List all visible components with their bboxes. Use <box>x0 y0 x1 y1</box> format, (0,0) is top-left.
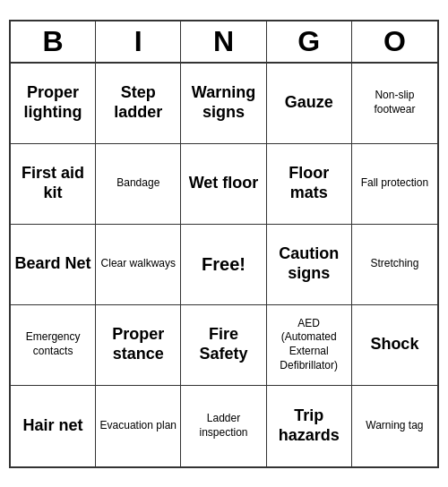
bingo-cell-0: Proper lighting <box>11 64 96 144</box>
header-letter-O: O <box>352 21 437 62</box>
bingo-cell-22: Ladder inspection <box>181 386 266 466</box>
bingo-cell-13: Caution signs <box>267 225 352 305</box>
bingo-cell-19: Shock <box>352 305 437 386</box>
bingo-header: BINGO <box>11 21 437 64</box>
bingo-cell-1: Step ladder <box>96 64 181 144</box>
bingo-cell-12: Free! <box>181 225 266 305</box>
bingo-grid: Proper lightingStep ladderWarning signsG… <box>11 64 437 466</box>
bingo-cell-2: Warning signs <box>181 64 266 144</box>
header-letter-G: G <box>267 21 352 62</box>
bingo-cell-24: Warning tag <box>352 386 437 466</box>
bingo-cell-6: Bandage <box>96 144 181 225</box>
bingo-cell-5: First aid kit <box>11 144 96 225</box>
bingo-cell-16: Proper stance <box>96 305 181 386</box>
header-letter-B: B <box>11 21 96 62</box>
bingo-cell-23: Trip hazards <box>267 386 352 466</box>
bingo-cell-17: Fire Safety <box>181 305 266 386</box>
bingo-cell-10: Beard Net <box>11 225 96 305</box>
bingo-card: BINGO Proper lightingStep ladderWarning … <box>9 20 439 468</box>
bingo-cell-15: Emergency contacts <box>11 305 96 386</box>
bingo-cell-4: Non-slip footwear <box>352 64 437 144</box>
bingo-cell-3: Gauze <box>267 64 352 144</box>
bingo-cell-18: AED (Automated External Defibrillator) <box>267 305 352 386</box>
bingo-cell-7: Wet floor <box>181 144 266 225</box>
bingo-cell-11: Clear walkways <box>96 225 181 305</box>
bingo-cell-20: Hair net <box>11 386 96 466</box>
header-letter-I: I <box>96 21 181 62</box>
bingo-cell-14: Stretching <box>352 225 437 305</box>
bingo-cell-9: Fall protection <box>352 144 437 225</box>
bingo-cell-21: Evacuation plan <box>96 386 181 466</box>
bingo-cell-8: Floor mats <box>267 144 352 225</box>
header-letter-N: N <box>181 21 266 62</box>
